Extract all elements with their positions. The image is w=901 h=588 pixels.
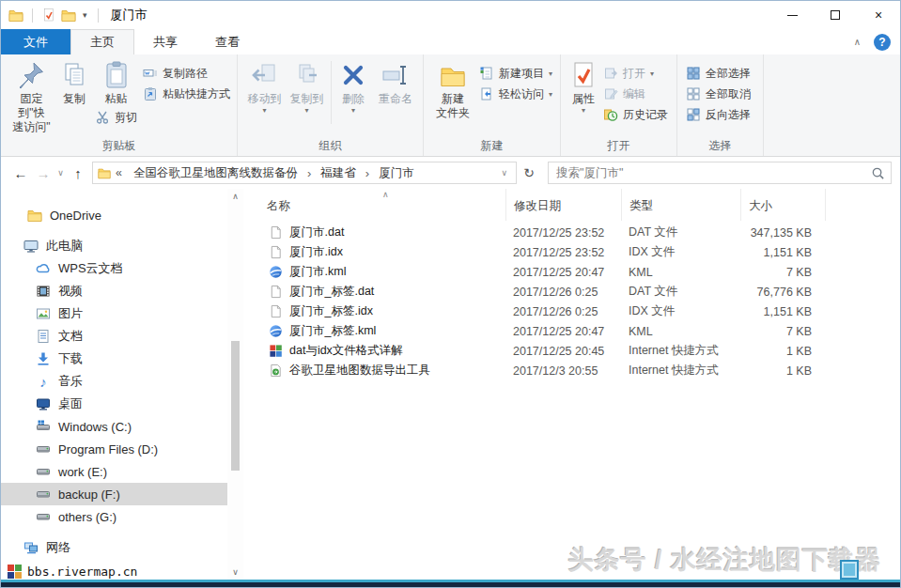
delete-caret: ▾ [351, 106, 355, 116]
pin-to-quick-access-button[interactable]: 固定到"快 速访问" [7, 59, 56, 135]
breadcrumb-chevron[interactable]: › [363, 166, 372, 180]
history-button[interactable]: 历史记录 [600, 104, 671, 125]
copy-path-label: 复制路径 [163, 66, 208, 82]
up-button[interactable]: ↑ [67, 165, 89, 181]
rename-icon [381, 60, 411, 90]
select-all-icon [686, 66, 701, 81]
scroll-up-arrow[interactable]: ∧ [227, 189, 243, 204]
table-row[interactable]: 厦门市.idx 2017/12/25 23:52 IDX 文件 1,151 KB [243, 242, 900, 262]
computer-icon [23, 239, 39, 254]
sidebar-scrollbar[interactable]: ∧ ∨ [227, 189, 243, 580]
sidebar-item-videos[interactable]: 视频 [1, 280, 227, 302]
close-button[interactable]: × [857, 1, 900, 29]
refresh-button[interactable]: ↻ [517, 165, 541, 180]
delete-button[interactable]: 删除 ▾ [334, 59, 372, 116]
file-icon [269, 285, 283, 299]
sidebar-item-desktop[interactable]: 桌面 [1, 393, 227, 415]
sidebar-item-documents[interactable]: 文档 [1, 325, 227, 348]
sidebar-item-this-pc[interactable]: 此电脑 [1, 235, 227, 257]
address-history-caret[interactable]: ∨ [497, 168, 511, 178]
breadcrumb-overflow-button[interactable]: « [111, 166, 127, 179]
select-all-button[interactable]: 全部选择 [683, 63, 753, 84]
breadcrumb-city[interactable]: 厦门市 [372, 165, 421, 181]
scroll-down-arrow[interactable]: ∨ [227, 565, 243, 580]
search-input[interactable] [549, 162, 891, 183]
paste-shortcut-button[interactable]: 粘贴快捷方式 [140, 84, 233, 104]
table-row[interactable]: dat与idx文件格式详解 2017/12/25 20:45 Internet … [243, 341, 900, 361]
sidebar-item-label: OneDrive [50, 209, 101, 223]
sidebar-item-drive-c[interactable]: Windows (C:) [1, 415, 227, 438]
sidebar-item-wps-cloud[interactable]: WPS云文档 [1, 257, 227, 280]
sidebar-item-drive-g[interactable]: others (G:) [1, 505, 227, 528]
properties-button[interactable]: 属性 ▾ [567, 59, 600, 116]
sidebar-item-onedrive[interactable]: OneDrive [1, 204, 227, 226]
forward-button[interactable]: → [32, 165, 54, 181]
file-date: 2017/12/3 20:55 [505, 364, 621, 378]
qat-new-folder-button[interactable] [61, 8, 76, 23]
sidebar-item-music[interactable]: ♪ 音乐 [1, 370, 227, 393]
open-caret: ▾ [650, 70, 654, 78]
maximize-button[interactable] [814, 1, 857, 29]
pin-icon [16, 60, 46, 90]
tab-home[interactable]: 主页 [70, 29, 134, 54]
tab-view[interactable]: 查看 [196, 29, 258, 54]
qat-customize-caret[interactable]: ▾ [81, 10, 89, 20]
file-icon [269, 304, 283, 318]
new-item-button[interactable]: 新建项目 ▾ [476, 63, 555, 84]
column-header-type[interactable]: 类型 [621, 189, 740, 221]
sidebar-item-drive-d[interactable]: Program Files (D:) [1, 438, 227, 460]
file-size: 1,151 KB [740, 305, 825, 318]
file-name: dat与idx文件格式详解 [289, 343, 403, 359]
table-row[interactable]: 厦门市_标签.idx 2017/12/26 0:25 IDX 文件 1,151 … [243, 302, 900, 321]
scrollbar-thumb[interactable] [231, 341, 240, 471]
cut-icon [95, 110, 110, 125]
back-button[interactable]: ← [9, 165, 32, 181]
drive-icon [36, 441, 51, 456]
new-item-label: 新建项目 [499, 66, 544, 82]
collapse-ribbon-button[interactable]: ∧ [854, 37, 861, 47]
easy-access-button[interactable]: 轻松访问 ▾ [476, 84, 555, 104]
new-folder-button[interactable]: 新建 文件夹 [429, 59, 476, 121]
address-bar[interactable]: « 全国谷歌卫星地图离线数据备份 › 福建省 › 厦门市 ∨ [92, 162, 517, 184]
minimize-button[interactable] [770, 1, 814, 29]
help-button[interactable]: ? [874, 34, 891, 51]
column-header-date[interactable]: 修改日期 [505, 189, 621, 221]
sidebar-item-downloads[interactable]: 下载 [1, 348, 227, 370]
move-to-button[interactable]: 移动到 ▾ [243, 59, 286, 116]
sidebar-item-network[interactable]: 网络 [1, 536, 227, 559]
qat-separator [32, 8, 33, 23]
tab-share[interactable]: 共享 [134, 29, 196, 54]
sidebar-item-drive-f[interactable]: backup (F:) [1, 483, 227, 505]
table-row[interactable]: 谷歌卫星地图数据导出工具 2017/12/3 20:55 Internet 快捷… [243, 361, 900, 380]
sidebar-item-pictures[interactable]: 图片 [1, 302, 227, 325]
table-row[interactable]: 厦门市_标签.dat 2017/12/26 0:25 DAT 文件 76,776… [243, 282, 900, 302]
table-row[interactable]: 厦门市.kml 2017/12/25 20:47 KML 7 KB [243, 262, 900, 282]
file-list-pane: ∧ 名称 修改日期 类型 大小 厦门市.dat 2017/12/25 23:52… [243, 189, 900, 580]
table-row[interactable]: 厦门市.dat 2017/12/25 23:52 DAT 文件 347,135 … [243, 223, 900, 242]
table-row[interactable]: 厦门市_标签.kml 2017/12/25 20:47 KML 7 KB [243, 321, 900, 341]
paste-button[interactable]: 粘贴 [95, 59, 138, 107]
select-small-column: 全部选择 全部取消 反向选择 [683, 63, 753, 125]
copy-to-button[interactable]: 复制到 ▾ [286, 59, 328, 116]
tab-file[interactable]: 文件 [1, 29, 70, 54]
properties-caret: ▾ [582, 106, 585, 116]
rename-button[interactable]: 重命名 [372, 59, 419, 107]
breadcrumb-chevron[interactable]: › [304, 166, 314, 180]
column-header-name[interactable]: 名称 [243, 189, 505, 221]
breadcrumb-root[interactable]: 全国谷歌卫星地图离线数据备份 [127, 165, 304, 181]
breadcrumb-province[interactable]: 福建省 [314, 165, 363, 181]
cut-button[interactable]: 剪切 [92, 107, 140, 128]
explorer-app-icon[interactable] [8, 8, 23, 23]
maximize-icon [831, 10, 840, 20]
sidebar-item-drive-e[interactable]: work (E:) [1, 460, 227, 483]
recent-locations-caret[interactable]: ∨ [54, 168, 67, 178]
qat-properties-button[interactable] [41, 8, 56, 23]
invert-selection-button[interactable]: 反向选择 [683, 104, 753, 125]
copy-icon [59, 60, 89, 90]
select-none-button[interactable]: 全部取消 [683, 84, 753, 104]
edit-button[interactable]: 编辑 [600, 84, 671, 104]
open-button[interactable]: 打开 ▾ [600, 63, 671, 84]
column-header-size[interactable]: 大小 [740, 189, 825, 221]
copy-path-button[interactable]: 复制路径 [140, 63, 233, 84]
copy-button[interactable]: 复制 [56, 59, 92, 107]
